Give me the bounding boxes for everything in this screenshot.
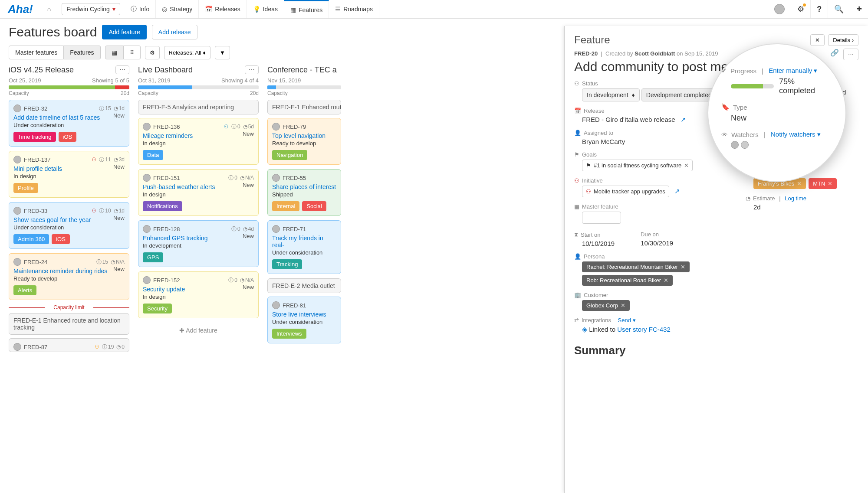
card-title[interactable]: Track my friends in real- [272,235,336,248]
search-nav[interactable]: 🔍 [828,0,850,18]
feature-card[interactable]: FRED-87⚇ⓘ 19◔ 0 [9,338,129,352]
roadmaps-nav[interactable]: ☰Roadmaps [329,0,379,18]
tag[interactable]: Profile [13,183,38,193]
tag[interactable]: Data [143,150,163,160]
tag-chip[interactable]: MTN✕ [809,178,837,189]
details-btn[interactable]: Details › [828,34,858,46]
feature-card[interactable]: FRED-151ⓘ 0◔ N/A New Push-based weather … [138,169,259,216]
feature-card[interactable]: FRED-137⚇ⓘ 11◔ 3d New Mini profile detai… [9,151,129,198]
remove-icon[interactable]: ✕ [828,180,832,187]
epic-header[interactable]: FRED-E-5 Analytics and reporting [138,100,259,114]
card-title[interactable]: Top level navigation [272,132,336,139]
remove-icon[interactable]: ✕ [681,264,685,270]
log-time-link[interactable]: Log time [785,195,806,202]
column-menu[interactable]: ⋯ [115,65,129,74]
tag[interactable]: Interviews [272,329,306,339]
remove-icon[interactable]: ✕ [664,277,668,284]
add-watcher-btn[interactable] [763,132,771,140]
ideas-nav[interactable]: 💡Ideas [247,0,284,18]
release-value[interactable]: FRED - Giro d'Italia web release [582,116,675,123]
due-value[interactable]: 10/30/2019 [641,239,673,247]
epic-header[interactable]: FRED-E-1 Enhanced route and location tra… [9,313,129,335]
story-link[interactable]: User story FC-432 [617,326,671,333]
grid-view-btn[interactable]: ⠿ [124,46,141,59]
feature-title[interactable]: Add community to post meetup [574,59,858,74]
settings-btn[interactable]: ⚙ [145,46,160,59]
add-feature-inline[interactable]: ✚ Add feature [138,323,259,338]
release-filter[interactable]: Releases: All ♦ [164,46,210,59]
card-title[interactable]: Show races goal for the year [13,216,125,223]
feature-card[interactable]: FRED-79 Top level navigation Ready to de… [267,118,341,165]
feature-card[interactable]: FRED-128ⓘ 0◔ 4d New Enhanced GPS trackin… [138,220,259,267]
initiative-chip[interactable]: ⚇Mobile tracker app upgrades [582,186,669,197]
feature-card[interactable]: FRED-55 Share places of interest Shipped… [267,169,341,216]
feature-card[interactable]: FRED-32ⓘ 15◔ 1d New Add date timeline of… [9,100,129,147]
estimate-value[interactable]: 2d [746,203,858,211]
tag[interactable]: iOS [59,132,77,142]
card-title[interactable]: Share places of interest [272,183,336,190]
feature-card[interactable]: FRED-33⚇ⓘ 10◔ 1d New Show races goal for… [9,202,129,249]
filter-btn[interactable]: ▼ [215,46,230,59]
master-features-tab[interactable]: Master features [9,46,64,59]
tag[interactable]: Internal [272,201,299,211]
external-link-icon[interactable]: ↗ [681,116,686,123]
tag[interactable]: Alerts [13,285,36,295]
feature-card[interactable]: FRED-71 Track my friends in real- Under … [267,220,341,274]
card-title[interactable]: Mini profile details [13,165,125,172]
remove-icon[interactable]: ✕ [621,302,625,309]
feature-card[interactable]: FRED-152ⓘ 0◔ N/A New Security update In … [138,271,259,318]
feature-ref[interactable]: FRED-20 [574,50,598,57]
tag[interactable]: Time tracking [13,132,56,142]
feature-card[interactable]: FRED-81 Store live interviews Under cons… [267,297,341,343]
tag[interactable]: Navigation [272,150,307,160]
tag[interactable]: Tracking [272,259,302,269]
type-value[interactable]: New [746,110,858,118]
card-title[interactable]: Add date timeline of last 5 races [13,114,125,121]
assigned-value[interactable]: Bryan McCarty [574,138,733,145]
home-nav[interactable]: ⌂ [41,0,57,18]
board-view-btn[interactable]: ▦ [105,46,124,59]
close-panel-btn[interactable]: ✕ [810,34,825,46]
epic-header[interactable]: FRED-E-1 Enhanced route and location tra… [267,100,341,114]
strategy-nav[interactable]: ◎Strategy [156,0,199,18]
more-actions-btn[interactable]: ⋯ [843,49,858,60]
enter-manually-link[interactable]: Enter manually ▾ [786,80,828,87]
notify-watchers-link[interactable]: Notify watchers ▾ [787,124,831,130]
tag-chip[interactable]: Franky's Bikes✕ [753,178,806,189]
product-selector[interactable]: Fredwin Cycling▾ [62,3,120,15]
start-value[interactable]: 10/10/2019 [574,240,615,247]
external-link-icon[interactable]: ↗ [674,187,680,195]
watcher-avatar[interactable] [753,132,761,140]
info-nav[interactable]: ⓘInfo [125,0,156,18]
add-feature-button[interactable]: Add feature [102,25,146,39]
tag[interactable]: Notifications [143,201,182,211]
link-icon[interactable]: 🔗 [830,49,839,60]
column-menu[interactable]: ⋯ [245,65,259,74]
feature-card[interactable]: FRED-24ⓘ 15◔ N/A New Maintenance reminde… [9,253,129,300]
settings-nav[interactable]: ⚙ [791,0,810,18]
features-nav[interactable]: ▦Features [284,0,329,18]
card-title[interactable]: Store live interviews [272,311,336,318]
releases-nav[interactable]: 📅Releases [199,0,247,18]
user-avatar[interactable] [768,0,791,18]
status-select[interactable]: In development ♦ [582,88,640,101]
goal-chip[interactable]: ⚑#1 in social fitness cycling software✕ [582,160,693,171]
author-link[interactable]: Scott Goldblatt [635,50,675,57]
persona-chip[interactable]: Rachel: Recreational Mountain Biker✕ [582,261,690,272]
tag[interactable]: Social [302,201,326,211]
persona-chip[interactable]: Rob: Recreational Road Biker✕ [582,275,673,286]
tag[interactable]: Security [143,304,172,313]
add-nav[interactable]: + [850,0,868,18]
add-release-button[interactable]: Add release [152,25,197,39]
remove-icon[interactable]: ✕ [684,162,689,169]
tag[interactable]: GPS [143,252,163,262]
card-title[interactable]: Security update [143,286,254,293]
help-nav[interactable]: ? [810,0,828,18]
logo[interactable]: Aha! [0,0,41,18]
features-tab[interactable]: Features [64,46,100,59]
tag[interactable]: Admin 360 [13,234,49,244]
card-title[interactable]: Mileage reminders [143,132,254,139]
remove-icon[interactable]: ✕ [797,180,802,187]
send-link[interactable]: Send ▾ [618,317,636,323]
tag[interactable]: iOS [52,234,70,244]
